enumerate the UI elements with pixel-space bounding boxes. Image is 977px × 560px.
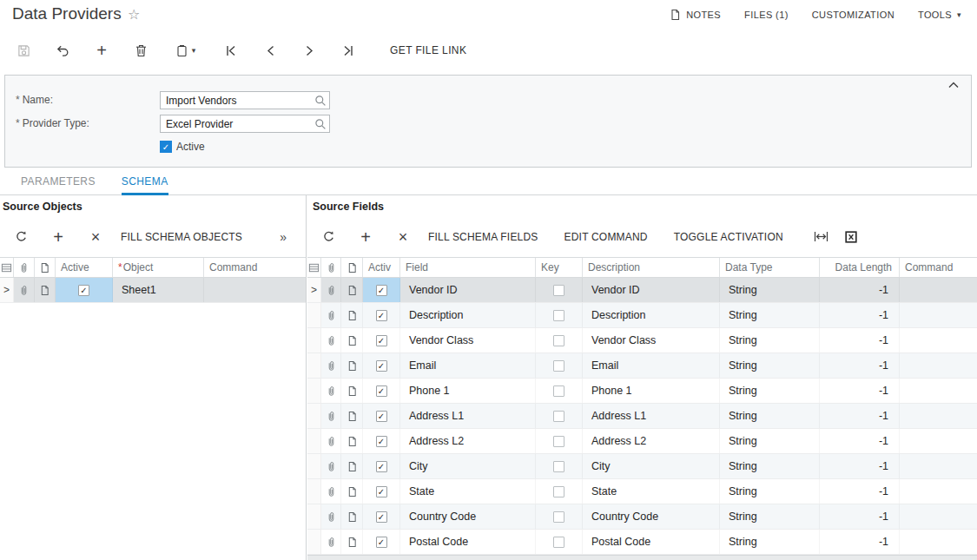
fill-schema-objects-button[interactable]: FILL SCHEMA OBJECTS bbox=[121, 231, 242, 243]
row-note-cell[interactable] bbox=[341, 353, 363, 378]
cell-data-type[interactable]: String bbox=[720, 429, 820, 453]
cell-data-length[interactable]: -1 bbox=[820, 379, 900, 403]
active-checkbox[interactable]: ✓ bbox=[78, 285, 89, 296]
table-row[interactable]: ✓StateStateString-1 bbox=[307, 479, 977, 504]
cell-data-length[interactable]: -1 bbox=[820, 504, 900, 529]
edit-command-button[interactable]: EDIT COMMAND bbox=[564, 231, 648, 243]
cell-object[interactable]: Sheet1 bbox=[113, 278, 204, 302]
key-checkbox[interactable] bbox=[553, 537, 564, 548]
table-row[interactable]: ✓Phone 1Phone 1String-1 bbox=[307, 379, 977, 404]
row-note-cell[interactable] bbox=[341, 379, 363, 403]
row-selector-cell[interactable] bbox=[307, 303, 321, 327]
col-header-active[interactable]: Activ bbox=[363, 258, 400, 277]
cell-field[interactable]: Vendor ID bbox=[400, 278, 536, 302]
horizontal-scrollbar[interactable] bbox=[307, 555, 977, 560]
cell-data-length[interactable]: -1 bbox=[820, 404, 900, 428]
col-header-command[interactable]: Command bbox=[204, 258, 306, 277]
row-selector-cell[interactable]: > bbox=[0, 278, 14, 302]
key-checkbox[interactable] bbox=[553, 511, 564, 523]
col-header-files[interactable] bbox=[14, 258, 35, 277]
fill-schema-fields-button[interactable]: FILL SCHEMA FIELDS bbox=[428, 231, 538, 243]
key-checkbox[interactable] bbox=[553, 461, 564, 472]
cell-field[interactable]: Postal Code bbox=[400, 530, 536, 554]
first-record-button[interactable] bbox=[218, 39, 244, 62]
refresh-button[interactable] bbox=[9, 226, 33, 248]
row-note-cell[interactable] bbox=[341, 404, 363, 428]
refresh-button[interactable] bbox=[316, 226, 340, 248]
customization-button[interactable]: CUSTOMIZATION bbox=[812, 10, 894, 20]
active-checkbox[interactable]: ✓ bbox=[376, 537, 387, 548]
cell-field[interactable]: Phone 1 bbox=[400, 379, 536, 403]
key-checkbox[interactable] bbox=[553, 436, 564, 447]
row-selector-cell[interactable] bbox=[307, 328, 321, 352]
add-row-button[interactable]: + bbox=[46, 226, 70, 248]
cell-data-type[interactable]: String bbox=[720, 530, 820, 554]
col-header-field[interactable]: Field bbox=[400, 258, 536, 277]
cell-description[interactable]: Phone 1 bbox=[583, 379, 720, 403]
cell-data-length[interactable]: -1 bbox=[820, 429, 900, 453]
active-checkbox[interactable]: ✓ bbox=[376, 436, 387, 447]
cell-data-length[interactable]: -1 bbox=[820, 303, 900, 327]
cell-command[interactable] bbox=[900, 504, 976, 529]
col-header-object[interactable]: *Object bbox=[113, 258, 204, 277]
row-note-cell[interactable] bbox=[341, 454, 363, 478]
row-files-cell[interactable] bbox=[321, 303, 341, 327]
table-row[interactable]: ✓Address L2Address L2String-1 bbox=[307, 429, 977, 454]
tab-parameters[interactable]: PARAMETERS bbox=[21, 168, 96, 194]
row-selector-cell[interactable] bbox=[307, 404, 321, 428]
col-header-data-length[interactable]: Data Length bbox=[820, 258, 900, 277]
row-files-cell[interactable] bbox=[321, 530, 341, 554]
row-selector-cell[interactable] bbox=[307, 530, 321, 554]
cell-field[interactable]: State bbox=[400, 479, 536, 504]
active-checkbox[interactable]: ✓ bbox=[376, 411, 387, 422]
cell-command[interactable] bbox=[900, 303, 976, 327]
table-row[interactable]: ✓CityCityString-1 bbox=[307, 454, 977, 479]
add-row-button[interactable]: + bbox=[353, 226, 378, 248]
cell-data-length[interactable]: -1 bbox=[820, 530, 900, 554]
col-header-notes[interactable] bbox=[341, 258, 363, 277]
active-checkbox[interactable]: ✓ bbox=[376, 285, 387, 296]
row-note-cell[interactable] bbox=[341, 530, 363, 554]
col-header-active[interactable]: Active bbox=[56, 258, 113, 277]
cell-data-type[interactable]: String bbox=[720, 303, 820, 327]
active-checkbox[interactable]: ✓ bbox=[376, 486, 387, 497]
cell-field[interactable]: Address L1 bbox=[400, 404, 536, 428]
active-checkbox[interactable]: ✓ bbox=[160, 141, 172, 153]
cell-data-length[interactable]: -1 bbox=[820, 454, 900, 478]
active-checkbox[interactable]: ✓ bbox=[376, 335, 387, 346]
table-row[interactable]: ✓EmailEmailString-1 bbox=[307, 353, 977, 379]
cell-description[interactable]: Address L2 bbox=[583, 429, 720, 453]
cell-description[interactable]: Vendor Class bbox=[583, 328, 720, 352]
table-row[interactable]: ✓Postal CodePostal CodeString-1 bbox=[307, 530, 977, 555]
cell-field[interactable]: Description bbox=[400, 303, 536, 327]
cell-data-length[interactable]: -1 bbox=[820, 278, 900, 302]
col-header-description[interactable]: Description bbox=[583, 258, 720, 277]
key-checkbox[interactable] bbox=[553, 310, 564, 321]
table-row[interactable]: ✓Address L1Address L1String-1 bbox=[307, 404, 977, 429]
cell-data-type[interactable]: String bbox=[720, 504, 820, 529]
copy-paste-button[interactable]: ▾ bbox=[167, 39, 205, 62]
lookup-magnifier-icon[interactable] bbox=[314, 118, 327, 130]
key-checkbox[interactable] bbox=[553, 411, 564, 422]
row-files-cell[interactable] bbox=[321, 404, 341, 428]
key-checkbox[interactable] bbox=[553, 360, 564, 372]
col-header-settings[interactable] bbox=[0, 258, 14, 277]
cell-description[interactable]: City bbox=[583, 454, 720, 478]
table-row[interactable]: ✓Country CodeCountry CodeString-1 bbox=[307, 504, 977, 530]
row-files-cell[interactable] bbox=[321, 328, 341, 352]
cell-field[interactable]: Address L2 bbox=[400, 429, 536, 453]
delete-button[interactable] bbox=[128, 39, 154, 62]
cell-field[interactable]: City bbox=[400, 454, 536, 478]
row-files-cell[interactable] bbox=[321, 379, 341, 403]
active-checkbox[interactable]: ✓ bbox=[376, 511, 387, 523]
table-row[interactable]: >✓Vendor IDVendor IDString-1 bbox=[307, 278, 977, 303]
cell-field[interactable]: Email bbox=[400, 353, 536, 378]
undo-button[interactable] bbox=[50, 39, 76, 62]
cell-data-length[interactable]: -1 bbox=[820, 328, 900, 352]
row-files-cell[interactable] bbox=[321, 353, 341, 378]
row-files-cell[interactable] bbox=[321, 454, 341, 478]
row-selector-cell[interactable] bbox=[307, 454, 321, 478]
delete-row-button[interactable]: × bbox=[391, 226, 415, 248]
collapse-panel-button[interactable] bbox=[948, 82, 959, 89]
row-selector-cell[interactable]: > bbox=[307, 278, 321, 302]
